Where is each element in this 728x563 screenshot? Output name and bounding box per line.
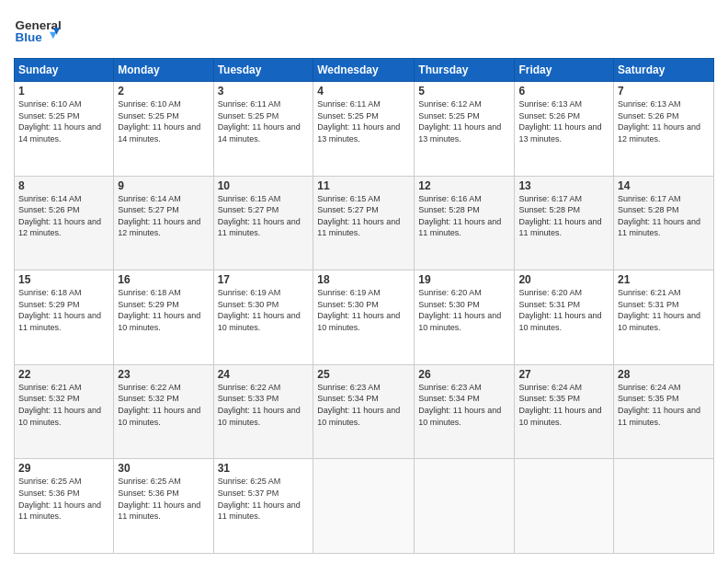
day-number: 17 <box>218 273 310 286</box>
day-number: 8 <box>18 179 109 192</box>
calendar-cell: 18Sunrise: 6:19 AM Sunset: 5:30 PM Dayli… <box>313 270 415 365</box>
calendar-cell: 1Sunrise: 6:10 AM Sunset: 5:25 PM Daylig… <box>15 82 114 177</box>
day-number: 11 <box>317 179 410 192</box>
day-number: 13 <box>518 179 609 192</box>
calendar-cell: 20Sunrise: 6:20 AM Sunset: 5:31 PM Dayli… <box>515 270 614 365</box>
week-row-5: 29Sunrise: 6:25 AM Sunset: 5:36 PM Dayli… <box>15 459 714 554</box>
day-number: 9 <box>118 179 209 192</box>
day-number: 31 <box>218 462 310 475</box>
day-info: Sunrise: 6:13 AM Sunset: 5:26 PM Dayligh… <box>518 98 609 144</box>
day-info: Sunrise: 6:15 AM Sunset: 5:27 PM Dayligh… <box>218 193 310 239</box>
day-info: Sunrise: 6:20 AM Sunset: 5:31 PM Dayligh… <box>518 287 609 333</box>
calendar-cell: 28Sunrise: 6:24 AM Sunset: 5:35 PM Dayli… <box>614 364 714 459</box>
svg-text:Blue: Blue <box>16 30 43 44</box>
day-number: 19 <box>418 273 510 286</box>
day-number: 12 <box>418 179 510 192</box>
calendar-cell: 7Sunrise: 6:13 AM Sunset: 5:26 PM Daylig… <box>614 82 714 177</box>
day-info: Sunrise: 6:22 AM Sunset: 5:33 PM Dayligh… <box>218 382 310 428</box>
header-row: SundayMondayTuesdayWednesdayThursdayFrid… <box>15 59 714 82</box>
calendar-cell <box>313 459 415 554</box>
day-info: Sunrise: 6:18 AM Sunset: 5:29 PM Dayligh… <box>18 287 109 333</box>
calendar-cell: 25Sunrise: 6:23 AM Sunset: 5:34 PM Dayli… <box>313 364 415 459</box>
calendar-cell: 30Sunrise: 6:25 AM Sunset: 5:36 PM Dayli… <box>114 459 213 554</box>
day-info: Sunrise: 6:11 AM Sunset: 5:25 PM Dayligh… <box>317 98 410 144</box>
day-number: 24 <box>218 368 310 381</box>
week-row-3: 15Sunrise: 6:18 AM Sunset: 5:29 PM Dayli… <box>15 270 714 365</box>
header: General Blue <box>14 9 714 51</box>
calendar-cell: 26Sunrise: 6:23 AM Sunset: 5:34 PM Dayli… <box>415 364 515 459</box>
day-number: 25 <box>317 368 410 381</box>
calendar-cell <box>415 459 515 554</box>
day-number: 28 <box>618 368 710 381</box>
day-info: Sunrise: 6:10 AM Sunset: 5:25 PM Dayligh… <box>118 98 209 144</box>
day-number: 3 <box>218 85 310 98</box>
day-info: Sunrise: 6:14 AM Sunset: 5:27 PM Dayligh… <box>118 193 209 239</box>
day-header-wednesday: Wednesday <box>313 59 415 82</box>
calendar-cell: 17Sunrise: 6:19 AM Sunset: 5:30 PM Dayli… <box>213 270 313 365</box>
calendar-cell: 23Sunrise: 6:22 AM Sunset: 5:32 PM Dayli… <box>114 364 213 459</box>
day-info: Sunrise: 6:18 AM Sunset: 5:29 PM Dayligh… <box>118 287 209 333</box>
calendar-table: SundayMondayTuesdayWednesdayThursdayFrid… <box>14 58 714 554</box>
day-info: Sunrise: 6:16 AM Sunset: 5:28 PM Dayligh… <box>418 193 510 239</box>
week-row-2: 8Sunrise: 6:14 AM Sunset: 5:26 PM Daylig… <box>15 176 714 270</box>
calendar-cell <box>614 459 714 554</box>
calendar-cell: 21Sunrise: 6:21 AM Sunset: 5:31 PM Dayli… <box>614 270 714 365</box>
day-info: Sunrise: 6:23 AM Sunset: 5:34 PM Dayligh… <box>317 382 410 428</box>
day-header-monday: Monday <box>114 59 213 82</box>
day-number: 20 <box>518 273 609 286</box>
day-number: 18 <box>317 273 410 286</box>
day-info: Sunrise: 6:15 AM Sunset: 5:27 PM Dayligh… <box>317 193 410 239</box>
calendar-cell: 11Sunrise: 6:15 AM Sunset: 5:27 PM Dayli… <box>313 176 415 270</box>
calendar-cell: 27Sunrise: 6:24 AM Sunset: 5:35 PM Dayli… <box>515 364 614 459</box>
day-info: Sunrise: 6:24 AM Sunset: 5:35 PM Dayligh… <box>618 382 710 428</box>
day-number: 27 <box>518 368 609 381</box>
day-number: 22 <box>18 368 109 381</box>
calendar-cell <box>515 459 614 554</box>
calendar-cell: 24Sunrise: 6:22 AM Sunset: 5:33 PM Dayli… <box>213 364 313 459</box>
day-number: 10 <box>218 179 310 192</box>
day-header-thursday: Thursday <box>415 59 515 82</box>
day-number: 6 <box>518 85 609 98</box>
calendar-cell: 3Sunrise: 6:11 AM Sunset: 5:25 PM Daylig… <box>213 82 313 177</box>
day-number: 30 <box>118 462 209 475</box>
calendar-cell: 10Sunrise: 6:15 AM Sunset: 5:27 PM Dayli… <box>213 176 313 270</box>
day-info: Sunrise: 6:14 AM Sunset: 5:26 PM Dayligh… <box>18 193 109 239</box>
day-info: Sunrise: 6:20 AM Sunset: 5:30 PM Dayligh… <box>418 287 510 333</box>
day-info: Sunrise: 6:13 AM Sunset: 5:26 PM Dayligh… <box>618 98 710 144</box>
day-number: 23 <box>118 368 209 381</box>
calendar-cell: 14Sunrise: 6:17 AM Sunset: 5:28 PM Dayli… <box>614 176 714 270</box>
day-number: 26 <box>418 368 510 381</box>
calendar-cell: 13Sunrise: 6:17 AM Sunset: 5:28 PM Dayli… <box>515 176 614 270</box>
logo-svg: General Blue <box>14 9 69 51</box>
day-number: 16 <box>118 273 209 286</box>
day-info: Sunrise: 6:17 AM Sunset: 5:28 PM Dayligh… <box>618 193 710 239</box>
day-number: 29 <box>18 462 109 475</box>
day-number: 4 <box>317 85 410 98</box>
day-number: 2 <box>118 85 209 98</box>
calendar-cell: 31Sunrise: 6:25 AM Sunset: 5:37 PM Dayli… <box>213 459 313 554</box>
week-row-4: 22Sunrise: 6:21 AM Sunset: 5:32 PM Dayli… <box>15 364 714 459</box>
day-header-sunday: Sunday <box>15 59 114 82</box>
calendar-cell: 15Sunrise: 6:18 AM Sunset: 5:29 PM Dayli… <box>15 270 114 365</box>
day-info: Sunrise: 6:12 AM Sunset: 5:25 PM Dayligh… <box>418 98 510 144</box>
day-header-tuesday: Tuesday <box>213 59 313 82</box>
day-info: Sunrise: 6:25 AM Sunset: 5:37 PM Dayligh… <box>218 476 310 522</box>
calendar-cell: 2Sunrise: 6:10 AM Sunset: 5:25 PM Daylig… <box>114 82 213 177</box>
calendar-cell: 12Sunrise: 6:16 AM Sunset: 5:28 PM Dayli… <box>415 176 515 270</box>
day-number: 1 <box>18 85 109 98</box>
calendar-cell: 8Sunrise: 6:14 AM Sunset: 5:26 PM Daylig… <box>15 176 114 270</box>
day-info: Sunrise: 6:23 AM Sunset: 5:34 PM Dayligh… <box>418 382 510 428</box>
day-info: Sunrise: 6:22 AM Sunset: 5:32 PM Dayligh… <box>118 382 209 428</box>
calendar-cell: 16Sunrise: 6:18 AM Sunset: 5:29 PM Dayli… <box>114 270 213 365</box>
day-number: 14 <box>618 179 710 192</box>
calendar-cell: 6Sunrise: 6:13 AM Sunset: 5:26 PM Daylig… <box>515 82 614 177</box>
day-info: Sunrise: 6:10 AM Sunset: 5:25 PM Dayligh… <box>18 98 109 144</box>
day-number: 21 <box>618 273 710 286</box>
day-info: Sunrise: 6:19 AM Sunset: 5:30 PM Dayligh… <box>317 287 410 333</box>
day-number: 5 <box>418 85 510 98</box>
calendar-cell: 22Sunrise: 6:21 AM Sunset: 5:32 PM Dayli… <box>15 364 114 459</box>
svg-marker-2 <box>50 32 57 40</box>
calendar-cell: 19Sunrise: 6:20 AM Sunset: 5:30 PM Dayli… <box>415 270 515 365</box>
day-info: Sunrise: 6:21 AM Sunset: 5:31 PM Dayligh… <box>618 287 710 333</box>
day-info: Sunrise: 6:11 AM Sunset: 5:25 PM Dayligh… <box>218 98 310 144</box>
